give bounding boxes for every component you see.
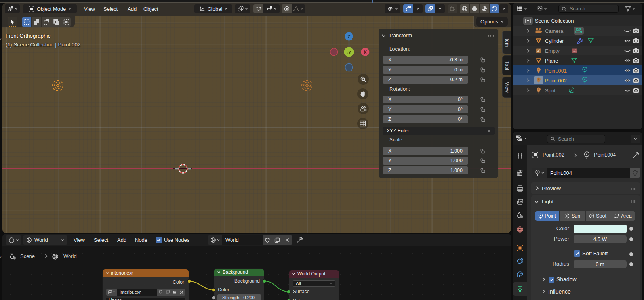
svg-text:X: X <box>364 50 367 55</box>
svg-text:-Y: -Y <box>347 50 352 55</box>
svg-text:Z: Z <box>347 34 350 40</box>
